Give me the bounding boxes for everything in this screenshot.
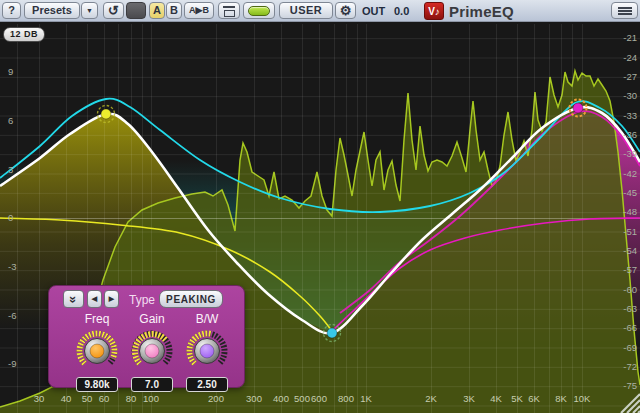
cyan-band-dot[interactable] bbox=[327, 328, 337, 338]
voxengo-logo: V♪ bbox=[424, 2, 444, 20]
freq-label: 600 bbox=[311, 393, 327, 404]
collapse-panel-button[interactable]: » bbox=[63, 290, 84, 308]
redo-button[interactable] bbox=[126, 2, 146, 19]
db-right-label: -39 bbox=[623, 148, 637, 159]
presets-caret-button[interactable]: ▼ bbox=[81, 2, 98, 19]
freq-label: 10K bbox=[574, 393, 592, 404]
db-left-label: 3 bbox=[8, 164, 13, 175]
knob-group-freq: Freq9.80k bbox=[72, 312, 122, 392]
db-right-label: -54 bbox=[623, 245, 637, 256]
freq-label: 80 bbox=[126, 393, 137, 404]
knob-cap bbox=[90, 344, 104, 358]
knob-group-bw: B/W2.50 bbox=[182, 312, 232, 392]
help-button[interactable]: ? bbox=[2, 2, 21, 19]
out-value[interactable]: 0.0 bbox=[394, 5, 409, 17]
freq-label: 4K bbox=[490, 393, 502, 404]
freq-label: 30 bbox=[34, 393, 45, 404]
db-right-label: -75 bbox=[623, 380, 637, 391]
plugin-title: PrimeEQ bbox=[449, 3, 514, 20]
led-icon bbox=[248, 6, 270, 16]
a-to-b-button[interactable]: A▶B bbox=[184, 2, 214, 19]
toolbar: ? Presets ▼ ↺ A B A▶B USER ⚙ OUT 0.0 V♪ … bbox=[0, 0, 640, 22]
freq-label: 800 bbox=[338, 393, 354, 404]
knob-label: Freq bbox=[72, 312, 122, 326]
db-right-label: -63 bbox=[623, 303, 637, 314]
freq-label: 3K bbox=[463, 393, 475, 404]
db-left-label: -6 bbox=[8, 310, 16, 321]
freq-label: 50 bbox=[82, 393, 93, 404]
db-right-label: -45 bbox=[623, 187, 637, 198]
knob-label: B/W bbox=[182, 312, 232, 326]
user-mode-button[interactable]: USER bbox=[279, 2, 333, 19]
magenta-band-dot[interactable] bbox=[573, 103, 583, 113]
bw-knob[interactable] bbox=[184, 328, 230, 374]
yellow-band-dot[interactable] bbox=[101, 109, 111, 119]
db-right-label: -21 bbox=[623, 32, 637, 43]
db-right-label: -69 bbox=[623, 342, 637, 353]
prev-band-button[interactable]: ◀ bbox=[87, 290, 102, 308]
knob-group-gain: Gain7.0 bbox=[127, 312, 177, 392]
db-right-label: -36 bbox=[623, 129, 637, 140]
type-label: Type bbox=[129, 293, 155, 307]
freq-label: 60 bbox=[99, 393, 110, 404]
freq-label: 200 bbox=[208, 393, 224, 404]
band-control-panel: » ◀ ▶ Type PEAKING Freq9.80kGain7.0B/W2.… bbox=[48, 285, 245, 388]
ab-b-button[interactable]: B bbox=[166, 2, 182, 19]
freq-label: 300 bbox=[246, 393, 262, 404]
filter-type-button[interactable]: PEAKING bbox=[159, 290, 223, 308]
db-left-label: 0 bbox=[8, 212, 13, 223]
db-right-label: -57 bbox=[623, 264, 637, 275]
routing-button[interactable] bbox=[218, 2, 240, 19]
db-right-label: -51 bbox=[623, 226, 637, 237]
next-band-button[interactable]: ▶ bbox=[104, 290, 119, 308]
db-range-badge[interactable]: 12 DB bbox=[3, 27, 45, 42]
knob-value[interactable]: 7.0 bbox=[131, 377, 173, 392]
ab-a-button[interactable]: A bbox=[149, 2, 165, 19]
db-right-label: -72 bbox=[623, 361, 637, 372]
knob-cap bbox=[200, 344, 214, 358]
db-right-label: -66 bbox=[623, 322, 637, 333]
db-right-label: -27 bbox=[623, 71, 637, 82]
freq-label: 2K bbox=[425, 393, 437, 404]
gain-knob[interactable] bbox=[129, 328, 175, 374]
presets-button[interactable]: Presets bbox=[24, 2, 80, 19]
knob-value[interactable]: 2.50 bbox=[186, 377, 228, 392]
db-right-label: -48 bbox=[623, 206, 637, 217]
hamburger-icon bbox=[618, 6, 632, 16]
db-right-label: -60 bbox=[623, 284, 637, 295]
db-left-label: -9 bbox=[8, 358, 16, 369]
out-label: OUT bbox=[362, 5, 385, 17]
freq-label: 500 bbox=[294, 393, 310, 404]
freq-label: 1K bbox=[360, 393, 372, 404]
bypass-led-button[interactable] bbox=[243, 2, 275, 19]
plugin-window: 9630-3-6-9-21-24-27-30-33-36-39-42-45-48… bbox=[0, 0, 640, 413]
knob-value[interactable]: 9.80k bbox=[76, 377, 118, 392]
gear-icon: ⚙ bbox=[340, 4, 352, 17]
db-right-label: -24 bbox=[623, 52, 637, 63]
freq-label: 400 bbox=[273, 393, 289, 404]
window-icon bbox=[223, 6, 235, 16]
undo-button[interactable]: ↺ bbox=[103, 2, 124, 19]
freq-label: 6K bbox=[528, 393, 540, 404]
freq-label: 8K bbox=[555, 393, 567, 404]
db-right-label: -33 bbox=[623, 110, 637, 121]
db-right-label: -30 bbox=[623, 90, 637, 101]
knob-cap bbox=[145, 344, 159, 358]
freq-label: 5K bbox=[511, 393, 523, 404]
double-chevron-icon: » bbox=[66, 295, 81, 302]
knob-label: Gain bbox=[127, 312, 177, 326]
db-left-label: 6 bbox=[8, 115, 13, 126]
freq-label: 100 bbox=[143, 393, 159, 404]
settings-button[interactable]: ⚙ bbox=[335, 2, 356, 19]
db-left-label: -3 bbox=[8, 261, 16, 272]
freq-label: 40 bbox=[61, 393, 72, 404]
db-left-label: 9 bbox=[8, 66, 13, 77]
menu-button[interactable] bbox=[611, 2, 638, 19]
freq-knob[interactable] bbox=[74, 328, 120, 374]
db-right-label: -42 bbox=[623, 168, 637, 179]
